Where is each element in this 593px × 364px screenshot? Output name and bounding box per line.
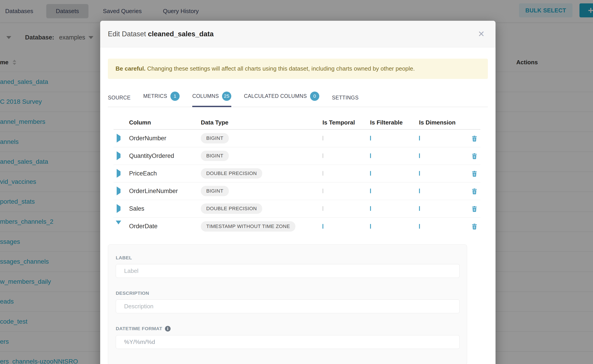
data-type-cell: TIMESTAMP WITHOUT TIME ZONE [201,221,323,232]
is-temporal-checkbox-cell [323,224,370,228]
expand-caret-icon[interactable] [117,187,120,195]
warning-banner: Be careful. Changing these settings will… [108,59,488,79]
data-type-badge: BIGINT [201,186,229,196]
is-dimension-checkbox-cell [419,224,468,228]
trash-icon[interactable] [471,135,478,142]
data-type-badge: BIGINT [201,151,229,161]
is-filterable-checkbox-cell [370,224,419,228]
column-row: SalesDOUBLE PRECISION [113,200,481,218]
tab-source[interactable]: SOURCE [108,92,131,107]
tab-settings[interactable]: SETTINGS [332,92,359,107]
is-filterable-checkbox[interactable] [370,136,371,141]
data-type-badge: DOUBLE PRECISION [201,168,262,179]
is-temporal-checkbox[interactable] [323,171,323,176]
info-icon[interactable]: i [165,326,171,332]
delete-cell [468,205,481,212]
data-type-cell: BIGINT [201,151,323,161]
column-name: QuantityOrdered [129,152,201,159]
trash-icon[interactable] [471,152,478,159]
trash-icon[interactable] [471,223,478,230]
expand-caret-icon[interactable] [117,134,120,143]
is-filterable-checkbox-cell [370,154,419,158]
is-temporal-checkbox[interactable] [323,188,323,193]
column-row: OrderNumberBIGINT [113,130,481,147]
header-column: Column [129,119,201,126]
datetime-format-field-label: DATETIME FORMAT i [116,326,459,332]
tab-calculated-columns[interactable]: CALCULATED COLUMNS0 [244,89,319,107]
columns-table: Column Data Type Is Temporal Is Filterab… [113,116,481,235]
edit-dataset-modal: Edit Dataset cleaned_sales_data ✕ Be car… [100,21,495,364]
label-input[interactable] [116,264,460,278]
is-filterable-checkbox[interactable] [370,224,371,229]
is-dimension-checkbox[interactable] [419,206,420,211]
delete-cell [468,152,481,159]
is-temporal-checkbox[interactable] [323,153,323,158]
column-name: PriceEach [129,170,201,177]
column-detail-panel: LABEL DESCRIPTION DATETIME FORMAT i [108,244,467,364]
is-dimension-checkbox[interactable] [419,188,420,193]
is-filterable-checkbox[interactable] [370,188,371,193]
datetime-format-label-text: DATETIME FORMAT [116,326,162,331]
datetime-format-field-group: DATETIME FORMAT i [116,326,459,349]
collapse-caret-icon[interactable] [116,221,121,228]
is-filterable-checkbox-cell [370,136,419,140]
is-dimension-checkbox-cell [419,189,468,193]
is-temporal-checkbox-cell [323,136,370,140]
is-dimension-checkbox[interactable] [419,224,420,229]
is-dimension-checkbox[interactable] [419,171,420,176]
description-field-label: DESCRIPTION [116,291,459,296]
is-filterable-checkbox[interactable] [370,153,371,158]
datetime-format-input[interactable] [116,335,460,349]
expand-caret-icon[interactable] [117,169,120,178]
tab-label: COLUMNS [192,93,219,99]
is-dimension-checkbox-cell [419,171,468,176]
modal-tabs: SOURCEMETRICS1COLUMNS25CALCULATED COLUMN… [108,89,488,107]
is-dimension-checkbox-cell [419,136,468,140]
expand-cell [113,207,129,211]
trash-icon[interactable] [471,205,478,212]
tab-label: SETTINGS [332,95,359,101]
tab-columns[interactable]: COLUMNS25 [192,89,231,107]
column-name: OrderLineNumber [129,188,201,195]
tab-count-badge: 1 [170,91,180,101]
expand-caret-icon[interactable] [117,204,120,213]
modal-title-prefix: Edit Dataset [108,30,146,38]
trash-icon[interactable] [471,170,478,177]
is-temporal-checkbox-cell [323,154,370,158]
is-temporal-checkbox-cell [323,207,370,211]
tab-count-badge: 0 [310,91,319,101]
tab-label: CALCULATED COLUMNS [244,93,307,99]
column-row: PriceEachDOUBLE PRECISION [113,165,481,182]
is-temporal-checkbox[interactable] [323,224,323,229]
data-type-cell: BIGINT [201,133,323,143]
expand-cell [113,171,129,176]
is-filterable-checkbox[interactable] [370,171,371,176]
is-filterable-checkbox[interactable] [370,206,371,211]
columns-table-body: OrderNumberBIGINTQuantityOrderedBIGINTPr… [113,130,481,235]
expand-cell [113,189,129,193]
header-is-dimension: Is Dimension [419,119,468,126]
close-icon[interactable]: ✕ [478,30,485,38]
is-dimension-checkbox[interactable] [419,153,420,158]
expand-caret-icon[interactable] [117,151,120,160]
description-input[interactable] [116,299,460,313]
tab-count-badge: 25 [222,91,231,101]
modal-title: Edit Dataset cleaned_sales_data [108,30,214,38]
header-data-type: Data Type [201,119,323,126]
tab-metrics[interactable]: METRICS1 [143,89,180,107]
data-type-badge: BIGINT [201,133,229,143]
is-filterable-checkbox-cell [370,171,419,176]
is-dimension-checkbox-cell [419,154,468,158]
trash-icon[interactable] [471,188,478,195]
warning-text: Changing these settings will affect all … [145,65,415,72]
is-temporal-checkbox[interactable] [323,136,323,141]
is-dimension-checkbox[interactable] [419,136,420,141]
is-temporal-checkbox[interactable] [323,206,323,211]
delete-cell [468,223,481,230]
delete-cell [468,135,481,142]
delete-cell [468,170,481,177]
warning-bold-text: Be careful. [116,65,145,72]
expand-cell [113,154,129,158]
is-dimension-checkbox-cell [419,207,468,211]
datasets-page: DatabasesDatasetsSaved QueriesQuery Hist… [0,0,593,364]
